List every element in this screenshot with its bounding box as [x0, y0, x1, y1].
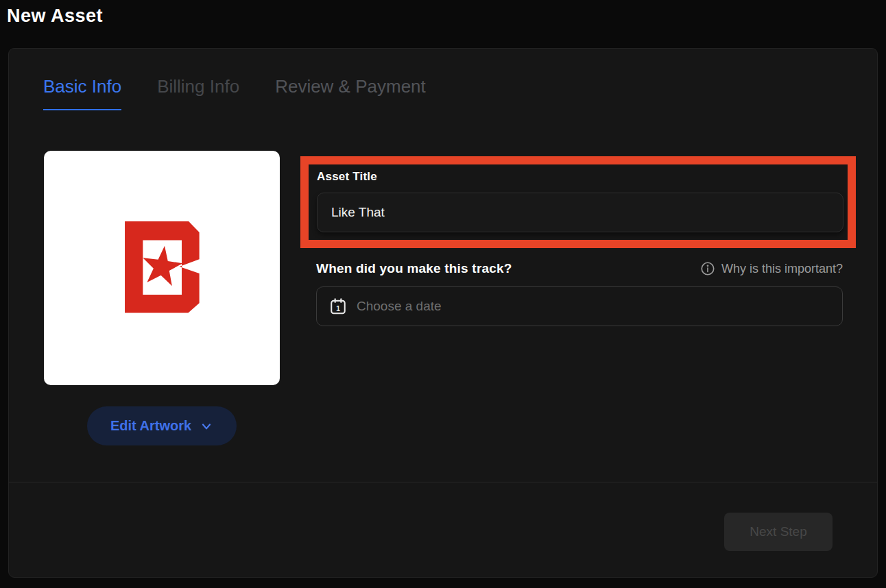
track-date-label: When did you make this track? — [316, 261, 512, 276]
page-header: New Asset — [7, 5, 103, 27]
form-column: Asset Title When did you make this track… — [300, 156, 856, 326]
date-picker-input[interactable]: 1 Choose a date — [316, 286, 843, 326]
calendar-icon: 1 — [329, 297, 347, 315]
info-icon — [700, 261, 715, 276]
chevron-down-icon — [200, 419, 213, 433]
artwork-preview[interactable] — [44, 151, 280, 385]
red-d-star-logo-icon — [82, 188, 241, 347]
artwork-column: Edit Artwork — [44, 151, 280, 445]
tab-review-payment[interactable]: Review & Payment — [275, 76, 426, 110]
annotation-highlight-box: Asset Title — [300, 156, 856, 248]
edit-artwork-button[interactable]: Edit Artwork — [87, 406, 237, 445]
why-important-text: Why is this important? — [721, 262, 843, 276]
why-important-link[interactable]: Why is this important? — [700, 261, 843, 276]
page-title: New Asset — [7, 5, 103, 27]
tab-basic-info[interactable]: Basic Info — [43, 76, 121, 110]
card-footer: Next Step — [9, 482, 877, 577]
tab-billing-info[interactable]: Billing Info — [157, 76, 239, 110]
next-step-button[interactable]: Next Step — [724, 513, 833, 551]
new-asset-card: Basic Info Billing Info Review & Payment… — [8, 48, 878, 578]
date-placeholder: Choose a date — [357, 299, 442, 314]
asset-title-label: Asset Title — [317, 170, 843, 184]
tab-bar: Basic Info Billing Info Review & Payment — [43, 76, 426, 110]
track-date-section: When did you make this track? Why is thi… — [316, 261, 843, 326]
track-date-label-row: When did you make this track? Why is thi… — [316, 261, 843, 276]
svg-text:1: 1 — [336, 305, 340, 313]
asset-title-input[interactable] — [317, 193, 843, 232]
edit-artwork-label: Edit Artwork — [110, 418, 191, 434]
